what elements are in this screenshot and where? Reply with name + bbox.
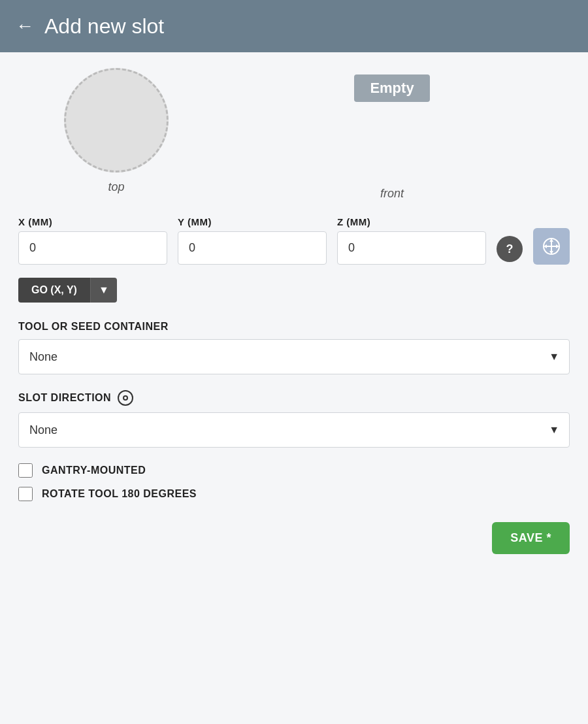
back-arrow-icon: ← [16,16,34,37]
save-button[interactable]: SAVE * [492,522,570,554]
coords-row: X (MM) Y (MM) Z (MM) ? [18,216,570,265]
top-view: top [18,68,214,194]
top-view-diagram [64,68,169,173]
help-button[interactable]: ? [497,236,523,262]
rotate-tool-label: ROTATE TOOL 180 DEGREES [42,488,197,500]
header: ← Add new slot [0,0,588,52]
tool-container-section: TOOL OR SEED CONTAINER None Seeder Water… [18,321,570,374]
coordinates-section: X (MM) Y (MM) Z (MM) ? [18,216,570,265]
slot-direction-section: SLOT DIRECTION None North South East Wes… [18,390,570,448]
front-view: Empty front [214,68,570,201]
gantry-mounted-checkbox[interactable] [18,463,33,478]
go-button-row: GO (X, Y) ▼ [18,278,570,303]
z-field: Z (MM) [337,216,486,265]
rotate-tool-row: ROTATE TOOL 180 DEGREES [18,487,570,501]
chevron-down-icon: ▼ [99,284,109,295]
front-view-label: front [380,187,404,201]
move-to-button[interactable] [533,228,570,265]
y-field: Y (MM) [178,216,327,265]
direction-radio-inner [123,395,128,401]
back-button[interactable]: ← [16,16,34,37]
go-xy-button[interactable]: GO (X, Y) [18,278,90,303]
gantry-mounted-label: GANTRY-MOUNTED [42,465,146,476]
gantry-mounted-row: GANTRY-MOUNTED [18,463,570,478]
slot-direction-dropdown-wrapper: None North South East West ▼ [18,412,570,448]
checkboxes-section: GANTRY-MOUNTED ROTATE TOOL 180 DEGREES [18,463,570,501]
main-content: top Empty front X (MM) Y (MM) Z (MM) ? [0,52,588,724]
tool-container-dropdown-wrapper: None Seeder Watering Nozzle Soil Sensor … [18,339,570,374]
tool-container-label: TOOL OR SEED CONTAINER [18,321,570,333]
z-input[interactable] [337,231,486,265]
direction-radio-icon [118,390,133,406]
y-label: Y (MM) [178,216,327,227]
tool-container-select[interactable]: None Seeder Watering Nozzle Soil Sensor [18,339,570,374]
x-input[interactable] [18,231,167,265]
visualizer-section: top Empty front [18,68,570,201]
slot-direction-select[interactable]: None North South East West [18,412,570,448]
slot-direction-label: SLOT DIRECTION [18,392,111,404]
go-dropdown-button[interactable]: ▼ [90,278,117,303]
page-title: Add new slot [44,14,164,39]
x-field: X (MM) [18,216,167,265]
slot-direction-label-row: SLOT DIRECTION [18,390,570,406]
z-label: Z (MM) [337,216,486,227]
x-label: X (MM) [18,216,167,227]
empty-badge: Empty [354,74,429,102]
save-row: SAVE * [18,522,570,565]
top-view-label: top [108,180,124,194]
y-input[interactable] [178,231,327,265]
rotate-tool-checkbox[interactable] [18,487,33,501]
move-icon [542,237,561,255]
